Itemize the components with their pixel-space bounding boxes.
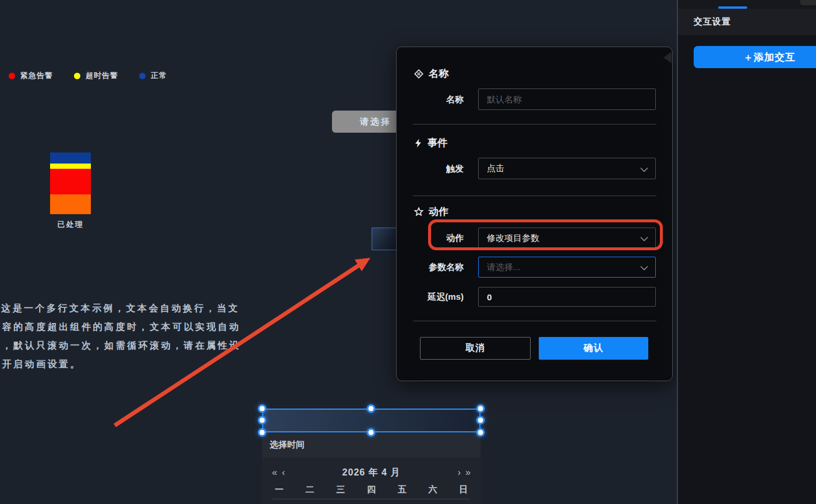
section-divider — [413, 124, 656, 125]
sidebar-tabstrip — [678, 0, 816, 9]
trigger-field-label: 触发 — [414, 158, 464, 179]
bar-label: 已处理 — [50, 219, 91, 230]
selection-handle[interactable] — [478, 430, 483, 435]
weekday-label: 四 — [356, 482, 387, 496]
weekday-label: 一 — [264, 482, 295, 496]
selected-date-input-widget[interactable] — [262, 409, 481, 432]
chevron-down-icon — [640, 262, 648, 272]
name-section-header: 名称 — [414, 67, 448, 80]
star-icon — [414, 207, 423, 216]
selection-handle[interactable] — [369, 406, 374, 411]
action-select-value: 修改项目参数 — [487, 233, 539, 244]
param-name-field-label: 参数名称 — [414, 257, 464, 278]
weekday-label: 二 — [295, 482, 326, 496]
date-picker-panel: 选择时间 « ‹ 2026 年 4 月 › » 一 二 三 四 五 六 日 30… — [262, 432, 481, 504]
modal-notch-icon — [663, 52, 672, 63]
confirm-button[interactable]: 确认 — [539, 337, 648, 360]
legend-label: 超时告警 — [86, 70, 118, 81]
legend-dot-icon — [9, 73, 15, 79]
weekday-label: 五 — [387, 482, 418, 496]
date-picker-title-row: 选择时间 — [262, 432, 481, 457]
action-field-label: 动作 — [414, 228, 464, 249]
delay-field-label: 延迟(ms) — [414, 287, 464, 307]
param-name-placeholder: 请选择... — [487, 262, 521, 273]
legend-dot-icon — [139, 73, 146, 79]
weekday-header-row: 一 二 三 四 五 六 日 — [262, 482, 481, 496]
legend-item: 紧急告警 — [9, 70, 53, 81]
corner-widget — [800, 0, 816, 5]
bar-segment — [50, 164, 91, 169]
selection-handle[interactable] — [369, 430, 374, 435]
legend-item: 超时告警 — [74, 70, 118, 81]
sidebar-header: 交互设置 — [678, 9, 816, 35]
param-name-select[interactable]: 请选择... — [478, 257, 656, 278]
weekday-label: 日 — [448, 482, 479, 496]
alarm-legend: 紧急告警 超时告警 正常 — [9, 70, 167, 81]
name-tag-icon — [414, 69, 423, 79]
calendar-month-label: 2026 年 4 月 — [262, 467, 481, 479]
chevron-down-icon — [640, 233, 648, 243]
trigger-select[interactable]: 点击 — [478, 158, 656, 179]
selection-handle[interactable] — [260, 418, 265, 423]
selection-handle[interactable] — [478, 418, 483, 423]
selection-handle[interactable] — [260, 430, 265, 435]
next-month-icon[interactable]: › — [458, 467, 461, 478]
legend-item: 正常 — [139, 70, 167, 81]
event-section-header: 事件 — [414, 136, 447, 150]
selection-handle[interactable] — [260, 406, 265, 411]
next-year-icon[interactable]: » — [465, 467, 471, 478]
weekday-label: 六 — [418, 482, 448, 496]
name-input-field[interactable] — [487, 94, 647, 104]
footer-divider — [413, 321, 656, 321]
multiline-text: 动，默认只滚动一次，如需循环滚动，请在属性设 — [0, 340, 241, 352]
lightning-icon — [414, 139, 422, 148]
add-interaction-button[interactable]: ＋添加交互 — [694, 46, 816, 68]
delay-input-field[interactable] — [487, 292, 647, 302]
prev-year-icon[interactable]: « — [272, 467, 277, 478]
interaction-settings-modal: 名称 名称 事件 触发 点击 动作 — [396, 47, 673, 381]
bar-segment — [50, 194, 91, 214]
section-title: 名称 — [429, 67, 448, 80]
bar-segment — [50, 152, 91, 164]
action-section-header: 动作 — [414, 205, 448, 218]
selection-handle[interactable] — [478, 406, 483, 411]
legend-label: 紧急告警 — [20, 70, 53, 81]
delay-input[interactable] — [478, 287, 656, 307]
section-divider — [413, 196, 656, 196]
multiline-text: 内容的高度超出组件的高度时，文本可以实现自动 — [0, 321, 241, 333]
sidebar-title: 交互设置 — [694, 16, 731, 27]
multiline-text: 这是一个多行文本示例，文本会自动换行，当文 — [1, 303, 240, 315]
multiline-text: 中开启动画设置。 — [0, 359, 82, 371]
prev-month-icon[interactable]: ‹ — [282, 467, 285, 478]
stacked-bar-chart: 已处理 — [50, 152, 91, 230]
chevron-down-icon — [640, 164, 648, 173]
action-select[interactable]: 修改项目参数 — [478, 228, 656, 249]
legend-dot-icon — [74, 73, 80, 79]
name-input[interactable] — [478, 88, 656, 110]
name-field-label: 名称 — [414, 88, 464, 110]
calendar-divider — [273, 499, 470, 499]
legend-label: 正常 — [151, 70, 167, 81]
cancel-button[interactable]: 取消 — [420, 337, 531, 360]
right-sidebar: 交互设置 ＋添加交互 — [677, 0, 816, 504]
section-title: 动作 — [429, 205, 448, 218]
trigger-select-value: 点击 — [487, 163, 504, 174]
bar-segment — [50, 169, 91, 194]
section-title: 事件 — [428, 136, 447, 150]
weekday-label: 三 — [325, 482, 356, 496]
date-picker-title: 选择时间 — [270, 439, 305, 450]
